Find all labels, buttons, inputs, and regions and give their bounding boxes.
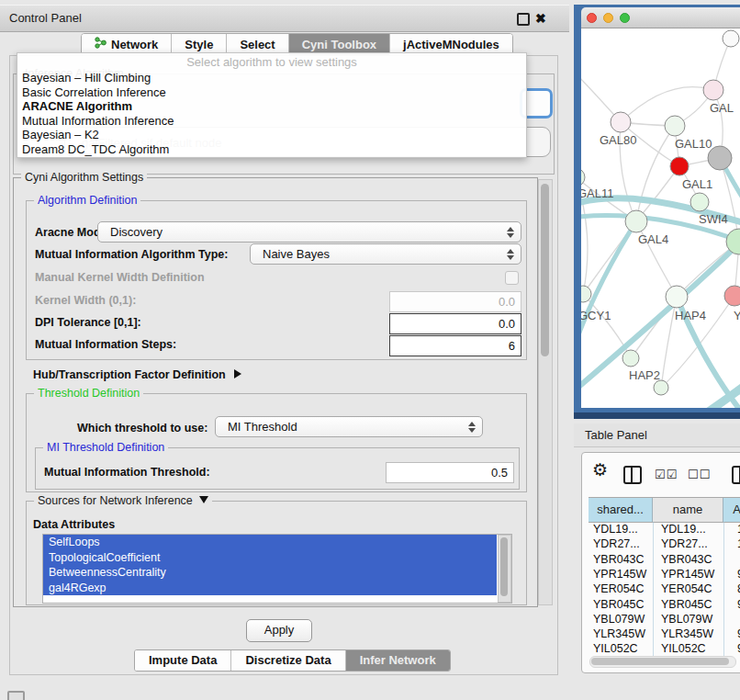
table-cell[interactable]: YBR045C	[589, 597, 655, 612]
algorithm-option[interactable]: ARACNE Algorithm	[17, 99, 526, 114]
split-columns-icon[interactable]	[623, 466, 642, 484]
table-cell[interactable]: YIL052C	[589, 641, 655, 656]
apply-button[interactable]: Apply	[246, 619, 312, 642]
deselect-all-checks-icon[interactable]: ☐☐	[688, 468, 711, 481]
float-panel-icon[interactable]	[517, 13, 530, 26]
data-attribute-item[interactable]: SelfLoops	[43, 535, 497, 550]
algorithm-option[interactable]: Dream8 DC_TDC Algorithm	[17, 142, 526, 157]
network-node-gcy1[interactable]	[581, 286, 591, 302]
table-cell[interactable]: YDL19...	[589, 522, 655, 536]
table-row[interactable]: YBL079WYBL079W	[589, 612, 740, 627]
table-row[interactable]: YBR045CYBR045C9.	[589, 597, 740, 612]
network-node[interactable]	[723, 30, 739, 47]
table-cell[interactable]: 9.	[728, 597, 740, 612]
mi-steps-field[interactable]: 6	[389, 335, 521, 356]
network-node-hap4[interactable]	[666, 286, 688, 308]
network-window-titlebar[interactable]	[581, 7, 740, 28]
bottom-tab-impute-data[interactable]: Impute Data	[135, 650, 231, 671]
table-cell[interactable]: YLR345W	[589, 627, 655, 641]
table-cell[interactable]: YER054C	[589, 581, 655, 596]
table-cell[interactable]: 12	[728, 536, 740, 551]
table-cell[interactable]: YBR043C	[589, 552, 655, 567]
data-attribute-item[interactable]: BetweennessCentrality	[43, 565, 497, 581]
table-cell[interactable]: YER054C	[655, 581, 728, 596]
settings-scrollbar[interactable]	[538, 179, 553, 605]
table-cell[interactable]: YBL079W	[589, 612, 655, 627]
network-node[interactable]	[670, 157, 689, 175]
table-cell[interactable]: 9.	[728, 567, 740, 581]
network-node-gal4[interactable]	[625, 210, 647, 232]
gear-icon[interactable]: ⚙	[592, 459, 608, 480]
data-attribute-item[interactable]: TopologicalCoefficient	[43, 550, 497, 566]
network-canvas[interactable]: GALGAL80GAL10GAL11GAL1SWI4GAL4GCY1HAP4YH…	[581, 28, 740, 408]
hub-definition-toggle[interactable]: Hub/Transcription Factor Definition	[33, 366, 241, 380]
column-header-1[interactable]: shared...	[589, 498, 653, 522]
algorithm-option[interactable]: Bayesian – Hill Climbing	[17, 71, 526, 85]
table-row[interactable]: YBR043CYBR043C	[589, 552, 740, 567]
table-cell[interactable]: YBR043C	[655, 552, 728, 567]
table-cell[interactable]: YPR145W	[589, 567, 655, 581]
algorithm-option[interactable]: Bayesian – K2	[17, 128, 526, 142]
table-hscrollbar-thumb[interactable]	[591, 658, 729, 665]
algorithm-dropdown-popup: Select algorithm to view settings Bayesi…	[17, 52, 527, 158]
table-cell[interactable]: YDR27...	[655, 536, 728, 551]
table-cell[interactable]: 13	[728, 522, 740, 536]
kernel-width-field[interactable]: 0.0	[389, 291, 521, 312]
algorithm-option[interactable]: Basic Correlation Inference	[17, 85, 526, 100]
network-node-gal80[interactable]	[611, 112, 631, 132]
control-panel-title: Control Panel	[9, 6, 82, 31]
table-row[interactable]: YDR27...YDR27...12	[589, 536, 740, 551]
network-node[interactable]	[708, 146, 732, 170]
table-row[interactable]: YDL19...YDL19...13	[589, 522, 740, 536]
data-attribute-item[interactable]: gal4RGexp	[43, 581, 497, 596]
network-node[interactable]	[654, 380, 668, 395]
table-cell[interactable]	[728, 612, 740, 627]
sources-group-title: Sources for Network Inference	[34, 494, 212, 507]
table-row[interactable]: YLR345WYLR345W9.	[589, 627, 740, 641]
table-cell[interactable]: YPR145W	[655, 567, 728, 581]
table-cell[interactable]: 9.	[728, 641, 740, 656]
table-cell[interactable]: 9.	[728, 627, 740, 641]
docked-panel-icon[interactable]	[7, 691, 25, 700]
table-cell[interactable]	[728, 552, 740, 567]
table-hscrollbar[interactable]	[589, 656, 736, 668]
table-cell[interactable]: YBR045C	[655, 597, 728, 612]
table-cell[interactable]: YDR27...	[589, 536, 655, 551]
table-cell[interactable]: YBL079W	[655, 612, 728, 627]
table-row[interactable]: YER054CYER054C8.	[589, 581, 740, 596]
aracne-mode-combobox[interactable]: Discovery	[97, 221, 521, 243]
select-all-checks-icon[interactable]: ☑☑	[655, 468, 678, 481]
network-node-y[interactable]	[724, 286, 740, 306]
expanded-arrow-icon[interactable]	[199, 496, 208, 503]
table-cell[interactable]: 8.	[728, 581, 740, 596]
table-cell[interactable]: YLR345W	[655, 627, 728, 641]
bottom-tab-discretize-data[interactable]: Discretize Data	[231, 650, 345, 671]
table-options-icon[interactable]	[732, 466, 740, 484]
column-header-3[interactable]: A	[723, 498, 740, 522]
mi-type-combobox[interactable]: Naive Bayes	[250, 243, 521, 265]
dpi-tolerance-field[interactable]: 0.0	[389, 313, 521, 334]
network-node-hap2[interactable]	[622, 350, 639, 367]
minimize-window-icon[interactable]	[603, 13, 613, 23]
table-cell[interactable]: YIL052C	[655, 641, 728, 656]
table-row[interactable]: YIL052CYIL052C9.	[589, 641, 740, 656]
attributes-scrollbar-thumb[interactable]	[500, 537, 508, 596]
table-row[interactable]: YPR145WYPR145W9.	[589, 567, 740, 581]
close-window-icon[interactable]	[587, 13, 597, 23]
node-label: GCY1	[581, 309, 611, 322]
manual-kernel-checkbox[interactable]	[505, 271, 519, 285]
zoom-window-icon[interactable]	[620, 13, 630, 23]
mi-type-label: Mutual Information Algorithm Type:	[35, 248, 228, 261]
settings-scrollbar-thumb[interactable]	[541, 184, 549, 356]
which-threshold-combobox[interactable]: MI Threshold	[215, 416, 483, 437]
table-cell[interactable]: YDL19...	[655, 522, 728, 536]
network-node-gal10[interactable]	[665, 116, 685, 136]
algorithm-option[interactable]: Mutual Information Inference	[17, 114, 526, 129]
close-panel-icon[interactable]: ✖	[535, 9, 546, 28]
mi-threshold-field[interactable]: 0.5	[386, 462, 514, 483]
attributes-scrollbar[interactable]	[498, 535, 511, 603]
network-node-gal1[interactable]	[690, 193, 709, 211]
column-header-2[interactable]: name	[653, 498, 723, 522]
network-node-gal[interactable]	[703, 80, 723, 100]
bottom-tab-infer-network[interactable]: Infer Network	[346, 650, 450, 671]
